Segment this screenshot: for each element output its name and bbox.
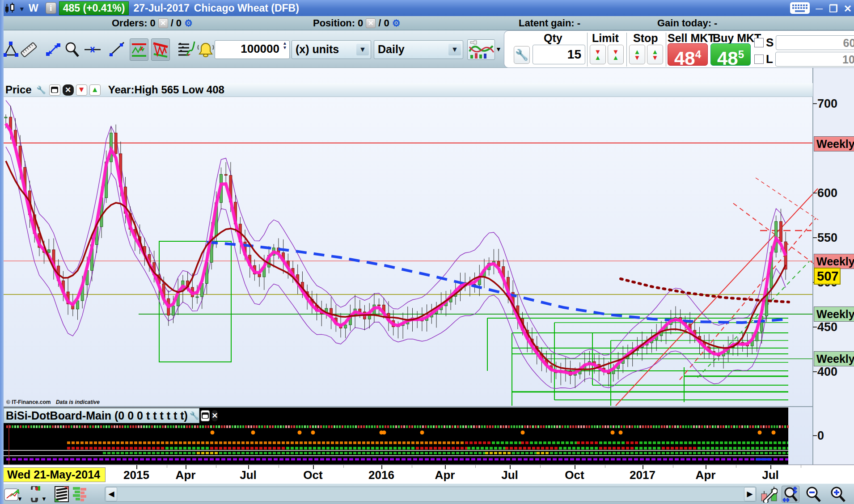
indicator-pane-header: BiSi-DotBoard-Main (0 0 0 t t t t t t) 🔧… [4, 408, 199, 423]
time-axis-label: Jul [501, 468, 518, 482]
latent-gain-value: - [577, 17, 580, 29]
stop-header: Stop [633, 32, 658, 45]
sell-page-icon[interactable]: ▼ [76, 84, 87, 96]
pattern-bear-tool-icon[interactable] [151, 38, 170, 61]
position-settings-gear-icon[interactable]: ⚙ [392, 18, 401, 28]
orders-pending-count: 0 [176, 17, 182, 29]
quantity-input[interactable]: 100000 [215, 40, 290, 59]
link-windows-caret[interactable]: ▼ [41, 496, 47, 502]
order-settings-wrench-icon[interactable]: 🔧 [514, 46, 530, 64]
time-axis-tick [313, 465, 314, 469]
buy-market-button[interactable]: 485 [710, 43, 751, 66]
indicator-title: BiSi-DotBoard-Main (0 0 0 t t t t t t) [6, 409, 188, 422]
minimize-button[interactable]: ─ [814, 3, 824, 15]
indicator-settings-wrench-icon[interactable]: 🔧 [190, 410, 199, 421]
time-axis-minor-tick [216, 465, 216, 468]
magnifier-tool-icon[interactable] [63, 38, 81, 61]
pattern-bull-tool-icon[interactable] [130, 38, 148, 61]
move-zoom-tool-icon[interactable] [44, 38, 63, 61]
time-axis-label: Jul [762, 468, 779, 482]
data-provider-watermark: © IT-Finance.com Data is indicative [6, 399, 100, 405]
time-axis-tick [643, 465, 643, 469]
zoom-window-button[interactable] [782, 486, 799, 503]
market-depth-icon[interactable] [71, 486, 89, 503]
close-indicator-icon[interactable]: ✕ [211, 410, 218, 421]
latent-gain-label: Latent gain: [519, 17, 575, 29]
qty-input[interactable]: 15 [533, 45, 585, 64]
chart-settings-wrench-icon[interactable] [760, 486, 778, 503]
time-axis-label: Oct [565, 468, 584, 482]
units-select[interactable]: (x) units ▼ [292, 40, 371, 59]
time-axis-minor-tick [801, 465, 801, 468]
orders-label: Orders: [112, 17, 147, 29]
chart-style-dropdown-caret[interactable]: ▼ [495, 46, 502, 53]
gain-today: Gain today: - [657, 17, 717, 29]
time-axis-tick [445, 465, 446, 469]
pane-settings-wrench-icon[interactable]: 🔧 [36, 84, 47, 96]
orders-settings-gear-icon[interactable]: ⚙ [184, 18, 193, 28]
time-axis-label: Oct [303, 468, 322, 482]
sell-stop-order-button[interactable]: ▲▼ [647, 45, 663, 64]
instrument-name: Chicago Wheat (DFB) [194, 2, 299, 14]
chart-style-button[interactable] [467, 39, 495, 60]
info-icon[interactable]: i [46, 2, 56, 14]
cursor-date-box: Wed 21-May-2014 [2, 467, 106, 482]
stop-attach-row: S 60 [754, 35, 854, 50]
stop-checkbox[interactable] [754, 38, 764, 47]
share-chart-caret[interactable]: ▼ [17, 496, 23, 502]
sell-limit-order-button[interactable]: ▼▲ [590, 45, 606, 64]
report-icon[interactable] [53, 486, 71, 503]
weekly-level-badge: Weekly [814, 307, 854, 322]
close-pane-icon[interactable]: ✕ [63, 84, 74, 96]
limit-checkbox[interactable] [754, 55, 764, 64]
buy-stop-order-button[interactable]: ▲▼ [629, 45, 645, 64]
close-position-icon[interactable]: ✕ [366, 18, 376, 28]
detach-pane-icon[interactable] [49, 84, 60, 96]
timeframe-select[interactable]: Daily ▼ [374, 40, 463, 59]
sell-price: 48 [674, 48, 695, 69]
instrument-dropdown-caret[interactable]: ▼ [19, 5, 25, 13]
candlestick-chart-icon[interactable] [4, 2, 17, 16]
detach-indicator-icon[interactable] [201, 410, 210, 421]
draw-shape-tool-icon[interactable] [1, 38, 20, 61]
latent-gain: Latent gain: - [519, 17, 580, 29]
time-axis-tick [136, 465, 137, 469]
ruler-tool-icon[interactable] [19, 38, 38, 61]
virtual-keyboard-icon[interactable] [790, 2, 810, 16]
alert-bell-tool-icon[interactable] [196, 38, 215, 61]
horizontal-line-tool-icon[interactable] [83, 38, 102, 61]
limit-distance-input[interactable]: 10 [775, 52, 854, 67]
panel-divider [626, 33, 627, 67]
time-axis-minor-tick [540, 465, 541, 468]
orders-separator: / [171, 17, 173, 29]
cancel-orders-icon[interactable]: ✕ [158, 18, 168, 28]
scroll-left-button[interactable]: ◀ [106, 487, 117, 501]
indicator-list-tool-icon[interactable] [177, 38, 196, 61]
weekly-level-badge: Weekly [814, 351, 854, 366]
sell-market-button[interactable]: 484 [668, 43, 708, 66]
close-button[interactable]: ✕ [842, 3, 853, 15]
quantity-spinner[interactable]: ▲▼ [281, 41, 289, 58]
stop-distance-input[interactable]: 60 [776, 35, 854, 50]
time-axis-tick [770, 465, 771, 469]
zoom-out-button[interactable] [805, 486, 823, 503]
gain-today-label: Gain today: [657, 17, 711, 29]
position-label: Position: [313, 17, 355, 29]
order-ticket-panel: Qty Limit Stop Sell MKT Buy MKT 🔧 15 ▼▲ … [504, 30, 854, 68]
buy-page-icon[interactable]: ▲ [89, 84, 101, 96]
time-axis-minor-tick [475, 465, 476, 468]
scroll-right-button[interactable]: ▶ [744, 487, 756, 501]
buy-limit-order-button[interactable]: ▼▲ [608, 45, 624, 64]
bottom-toolbar: ▼ ▼ ◀ ▶ [0, 483, 854, 504]
limit-header: Limit [592, 32, 619, 45]
chart-scrollbar[interactable]: ◀ ▶ [105, 487, 757, 502]
time-axis-minor-tick [605, 465, 605, 468]
current-price-badge: 507 [814, 268, 841, 285]
chevron-down-icon: ▼ [356, 44, 369, 55]
trend-line-tool-icon[interactable] [107, 38, 126, 61]
restore-button[interactable]: ❐ [828, 3, 839, 15]
price-pane-header: Price 🔧 ✕ ▼ ▲ Year:High 565 Low 408 [4, 83, 813, 97]
weekly-level-badge: Weekly [814, 254, 854, 269]
zoom-in-button[interactable] [829, 486, 847, 503]
account-status-bar: Orders: 0 ✕ / 0 ⚙ Position: 0 ✕ / 0 ⚙ La… [0, 16, 854, 30]
